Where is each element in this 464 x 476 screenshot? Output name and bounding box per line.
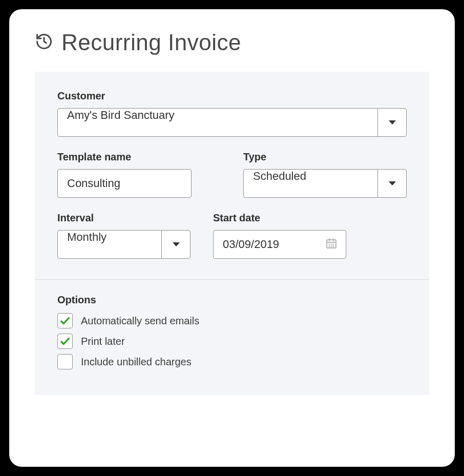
svg-point-8 — [331, 246, 332, 247]
customer-label: Customer — [57, 90, 407, 102]
start-date-field: Start date — [213, 212, 346, 259]
template-input-wrap — [57, 169, 192, 198]
type-value: Scheduled — [244, 170, 377, 197]
option-include-unbilled: Include unbilled charges — [57, 354, 407, 369]
start-date-input-wrap — [213, 230, 346, 259]
svg-point-6 — [333, 244, 334, 245]
option-label: Include unbilled charges — [81, 356, 192, 368]
svg-point-5 — [331, 244, 332, 245]
option-label: Print later — [81, 336, 125, 347]
customer-value: Amy's Bird Sanctuary — [58, 109, 377, 136]
type-dropdown-button[interactable] — [377, 170, 406, 197]
checkbox-print-later[interactable] — [57, 334, 73, 349]
interval-dropdown-button[interactable] — [161, 231, 190, 258]
page-title: Recurring Invoice — [61, 30, 241, 55]
chevron-down-icon — [173, 242, 180, 246]
interval-value: Monthly — [58, 231, 161, 258]
type-select[interactable]: Scheduled — [243, 169, 407, 198]
calendar-button[interactable] — [317, 231, 346, 258]
svg-point-9 — [333, 246, 334, 247]
header: Recurring Invoice — [9, 30, 455, 72]
chevron-down-icon — [389, 181, 396, 185]
interval-label: Interval — [57, 212, 191, 224]
svg-point-4 — [329, 244, 330, 245]
options-title: Options — [57, 294, 407, 306]
svg-point-7 — [329, 246, 330, 247]
interval-field: Interval Monthly — [57, 212, 191, 259]
checkbox-include-unbilled[interactable] — [57, 354, 73, 369]
template-input[interactable] — [58, 170, 191, 197]
recurring-invoice-card: Recurring Invoice Customer Amy's Bird Sa… — [9, 9, 455, 467]
type-label: Type — [243, 151, 407, 163]
chevron-down-icon — [389, 120, 396, 125]
checkbox-auto-send-emails[interactable] — [57, 313, 73, 328]
start-date-input[interactable] — [214, 231, 317, 258]
option-auto-send-emails: Automatically send emails — [57, 313, 407, 328]
type-field: Type Scheduled — [243, 151, 407, 198]
options-panel: Options Automatically send emails Print … — [35, 280, 429, 395]
customer-field: Customer Amy's Bird Sanctuary — [57, 90, 407, 137]
template-label: Template name — [57, 151, 221, 163]
option-label: Automatically send emails — [81, 315, 199, 327]
calendar-icon — [325, 237, 338, 252]
option-print-later: Print later — [57, 334, 407, 349]
interval-select[interactable]: Monthly — [57, 230, 191, 259]
customer-select[interactable]: Amy's Bird Sanctuary — [57, 108, 407, 137]
start-date-label: Start date — [213, 212, 346, 224]
customer-dropdown-button[interactable] — [377, 109, 406, 136]
template-field: Template name — [57, 151, 221, 198]
form-panel: Customer Amy's Bird Sanctuary Template n… — [35, 72, 429, 279]
history-icon — [35, 32, 53, 53]
